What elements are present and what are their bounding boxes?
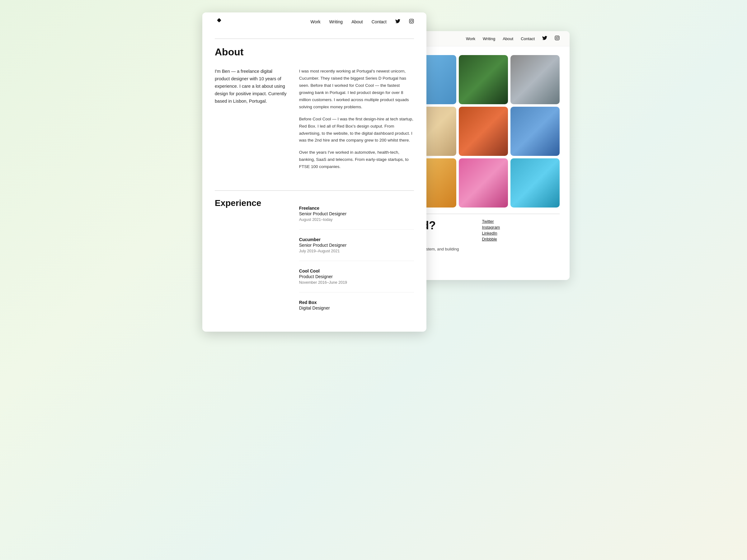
exp-role-2: Senior Product Designer bbox=[299, 243, 414, 248]
back-instagram-icon[interactable] bbox=[555, 35, 560, 41]
photo-8 bbox=[511, 107, 560, 156]
exp-item-4: Red Box Digital Designer bbox=[299, 292, 414, 319]
exp-company-4: Red Box bbox=[299, 300, 414, 305]
exp-item-1: Freelance Senior Product Designer August… bbox=[299, 198, 414, 230]
back-twitter-icon[interactable] bbox=[542, 35, 547, 41]
exp-company-3: Cool Cool bbox=[299, 268, 414, 273]
photo-4 bbox=[511, 55, 560, 104]
about-title: About bbox=[215, 46, 414, 58]
nav-writing[interactable]: Writing bbox=[329, 19, 343, 24]
experience-section: Experience Freelance Senior Product Desi… bbox=[215, 190, 414, 319]
back-social-links: Twitter Instagram LinkedIn Dribbble bbox=[482, 219, 560, 241]
experience-grid: Experience Freelance Senior Product Desi… bbox=[215, 198, 414, 319]
exp-item-3: Cool Cool Product Designer November 2016… bbox=[299, 261, 414, 292]
exp-company-1: Freelance bbox=[299, 206, 414, 211]
instagram-icon[interactable] bbox=[409, 19, 414, 24]
back-nav-about[interactable]: About bbox=[503, 36, 513, 41]
photo-7 bbox=[459, 107, 508, 156]
back-nav-work[interactable]: Work bbox=[466, 36, 475, 41]
exp-date-2: July 2019–August 2021 bbox=[299, 249, 414, 253]
about-divider bbox=[215, 38, 414, 39]
svg-point-6 bbox=[412, 20, 413, 20]
svg-rect-4 bbox=[409, 19, 413, 23]
front-window: Work Writing About Contact About bbox=[202, 12, 427, 331]
exp-item-2: Cucumber Senior Product Designer July 20… bbox=[299, 230, 414, 261]
back-dribbble-link[interactable]: Dribbble bbox=[482, 237, 560, 241]
experience-title: Experience bbox=[215, 198, 287, 208]
logo[interactable] bbox=[215, 18, 224, 26]
photo-11 bbox=[459, 158, 508, 208]
about-para-1: I was most recently working at Portugal'… bbox=[299, 68, 414, 111]
twitter-icon[interactable] bbox=[395, 19, 400, 24]
exp-role-3: Product Designer bbox=[299, 274, 414, 279]
back-twitter-link[interactable]: Twitter bbox=[482, 219, 560, 224]
photo-12 bbox=[511, 158, 560, 208]
nav-about[interactable]: About bbox=[352, 19, 363, 24]
main-content: About I'm Ben — a freelance digital prod… bbox=[202, 31, 427, 331]
about-para-3: Over the years I've worked in automotive… bbox=[299, 149, 414, 170]
back-social-section: Twitter Instagram LinkedIn Dribbble bbox=[482, 219, 560, 264]
exp-role-1: Senior Product Designer bbox=[299, 211, 414, 216]
nav-contact[interactable]: Contact bbox=[371, 19, 387, 24]
back-instagram-link[interactable]: Instagram bbox=[482, 225, 560, 230]
about-para-2: Before Cool Cool — I was the first desig… bbox=[299, 116, 414, 144]
nav-links: Work Writing About Contact bbox=[310, 19, 414, 25]
experience-left: Experience bbox=[215, 198, 287, 319]
about-intro: I'm Ben — a freelance digital product de… bbox=[215, 68, 287, 176]
main-nav: Work Writing About Contact bbox=[202, 12, 427, 31]
about-grid: I'm Ben — a freelance digital product de… bbox=[215, 68, 414, 176]
exp-date-3: November 2016–June 2019 bbox=[299, 280, 414, 285]
photo-3 bbox=[459, 55, 508, 104]
exp-date-1: August 2021–today bbox=[299, 217, 414, 222]
back-nav-links: Work Writing About Contact bbox=[466, 35, 560, 42]
svg-rect-3 bbox=[217, 18, 221, 22]
exp-role-4: Digital Designer bbox=[299, 305, 414, 311]
exp-company-2: Cucumber bbox=[299, 237, 414, 242]
svg-rect-0 bbox=[555, 36, 559, 40]
svg-point-5 bbox=[411, 20, 413, 22]
experience-right: Freelance Senior Product Designer August… bbox=[299, 198, 414, 319]
nav-work[interactable]: Work bbox=[310, 19, 320, 24]
back-linkedin-link[interactable]: LinkedIn bbox=[482, 231, 560, 236]
back-nav-writing[interactable]: Writing bbox=[483, 36, 495, 41]
about-body: I was most recently working at Portugal'… bbox=[299, 68, 414, 176]
back-nav-contact[interactable]: Contact bbox=[521, 36, 535, 41]
svg-point-1 bbox=[556, 37, 558, 39]
